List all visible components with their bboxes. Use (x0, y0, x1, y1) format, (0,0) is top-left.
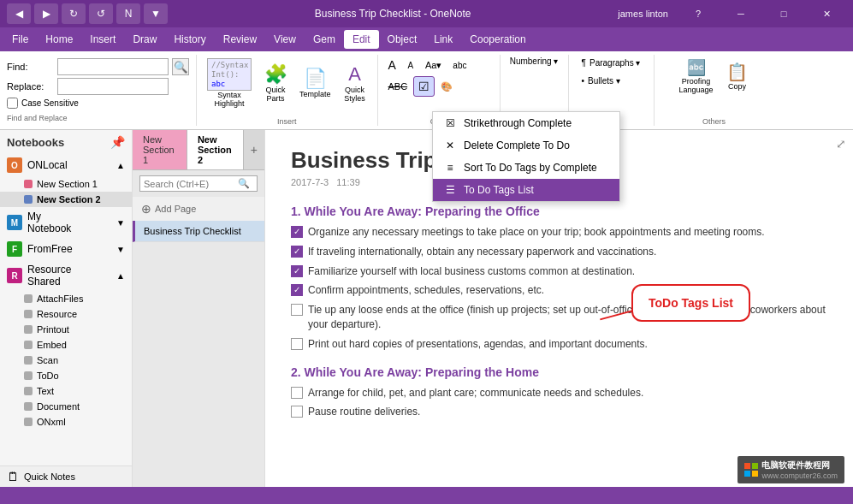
checkbox-2[interactable]: ✓ (291, 246, 303, 258)
dropdown-todo-tags-list[interactable]: ☰ To Do Tags List (433, 179, 619, 201)
embed-label: Embed (37, 340, 67, 350)
redo-button[interactable]: ↺ (89, 3, 113, 24)
find-go-button[interactable]: 🔍 (172, 58, 189, 75)
checkbox-3[interactable]: ✓ (291, 265, 303, 277)
menu-view[interactable]: View (265, 30, 305, 49)
pin-icon[interactable]: 📌 (110, 135, 125, 149)
onlocal-icon: O (7, 157, 22, 173)
checkbox-5[interactable] (291, 304, 303, 316)
menu-draw[interactable]: Draw (124, 30, 165, 49)
section-new-section-2[interactable]: New Section 2 (0, 192, 132, 207)
printout-dot (24, 325, 33, 334)
dropdown-sort-todo[interactable]: ≡ Sort To Do Tags by Complete (433, 157, 619, 179)
section-embed[interactable]: Embed (0, 337, 132, 353)
replace-input[interactable] (57, 78, 169, 95)
section-1-dot (24, 180, 33, 188)
menu-history[interactable]: History (165, 30, 214, 49)
syntax-highlight-label: SyntaxHighlight (214, 91, 244, 108)
checkbox-1[interactable]: ✓ (291, 226, 303, 238)
font-size-inc-button[interactable]: A (402, 57, 419, 74)
menu-file[interactable]: File (3, 30, 37, 49)
menu-link[interactable]: Link (425, 30, 461, 49)
forward-button[interactable]: ▶ (34, 3, 58, 24)
dropdown-strikethrough-complete[interactable]: ☒ Strikethrough Complete (433, 112, 619, 134)
quick-styles-button[interactable]: A QuickStyles (338, 60, 372, 106)
checkbox-6[interactable] (291, 338, 303, 350)
section-2-dot (24, 195, 33, 204)
callout-bubble: ToDo Tags List (631, 284, 750, 322)
find-input[interactable] (57, 58, 169, 75)
section-tab-bar: New Section 1 New Section 2 + (133, 130, 264, 170)
text-dot (24, 387, 33, 395)
font-picker-button[interactable]: Aa▾ (420, 56, 447, 74)
maximize-button[interactable]: □ (764, 0, 803, 27)
template-button[interactable]: 📄 Template (294, 64, 336, 102)
case-sensitive-checkbox[interactable] (7, 98, 18, 109)
notebook-onlocal[interactable]: O ONLocal ▲ (0, 154, 132, 176)
add-page-button[interactable]: ⊕ Add Page (133, 197, 264, 221)
find-replace-group-label: Find and Replace (7, 112, 68, 122)
menu-object[interactable]: Object (379, 30, 426, 49)
menu-home[interactable]: Home (37, 30, 81, 49)
expand-icon[interactable]: ⤢ (836, 137, 846, 151)
search-icon: 🔍 (238, 178, 250, 189)
strikethrough-button[interactable]: ABC (383, 78, 413, 95)
checkbox-button[interactable]: ☑ (413, 76, 435, 97)
paragraphs-button[interactable]: ¶Paragraphs ▾ (577, 55, 646, 71)
checkbox-8[interactable] (291, 406, 303, 418)
content-section-1: 1. While You Are Away: Preparing the Off… (291, 205, 827, 352)
notebook-resource-shared[interactable]: R ResourceShared ▲ (0, 260, 132, 291)
resource-dot (24, 310, 33, 318)
syntax-highlight-button[interactable]: //Syntax Int(): abc SyntaxHighlight (202, 55, 257, 111)
help-button[interactable]: ? (678, 0, 718, 27)
section-printout[interactable]: Printout (0, 322, 132, 337)
quick-parts-button[interactable]: 🧩 QuickParts (258, 60, 293, 106)
proofing-language-button[interactable]: 🔤 ProofingLanguage (674, 55, 719, 98)
section-text[interactable]: Text (0, 383, 132, 399)
minimize-button[interactable]: ─ (721, 0, 761, 27)
list-item: Arrange for child, pet, and plant care; … (291, 386, 827, 400)
checkbox-7[interactable] (291, 387, 303, 399)
highlight-button[interactable]: 🎨 (435, 78, 458, 96)
scan-label: Scan (37, 355, 58, 365)
menu-cooperation[interactable]: Cooperation (461, 30, 534, 49)
strikethrough-complete-label: Strikethrough Complete (464, 117, 572, 129)
section-document[interactable]: Document (0, 399, 132, 414)
notebook-my-notebook[interactable]: M MyNotebook ▼ (0, 207, 132, 238)
fromfree-label: FromFree (27, 243, 73, 255)
menu-insert[interactable]: Insert (81, 30, 124, 49)
dropdown-delete-complete[interactable]: ✕ Delete Complete To Do (433, 134, 619, 157)
section-todo[interactable]: ToDo (0, 368, 132, 383)
copy-button[interactable]: 📋 Copy (720, 58, 755, 94)
section-new-section-1[interactable]: New Section 1 (0, 176, 132, 192)
back-button[interactable]: ◀ (7, 3, 31, 24)
notebook-fromfree[interactable]: F FromFree ▼ (0, 238, 132, 260)
section-attachfiles[interactable]: AttachFiles (0, 291, 132, 306)
onenote-icon-button[interactable]: N (116, 3, 140, 24)
section-scan[interactable]: Scan (0, 353, 132, 368)
quick-parts-label: QuickParts (265, 86, 285, 103)
attachfiles-label: AttachFiles (37, 294, 83, 304)
tab-new-section-1[interactable]: New Section 1 (133, 130, 187, 169)
checkbox-4[interactable]: ✓ (291, 284, 303, 296)
bullets-button[interactable]: •Bullets ▾ (577, 73, 646, 89)
resource-label: Resource (37, 309, 77, 319)
menu-edit[interactable]: Edit (344, 30, 379, 49)
menu-review[interactable]: Review (215, 30, 265, 49)
page-item-business-trip[interactable]: Business Trip Checklist (133, 221, 264, 242)
section-resource[interactable]: Resource (0, 306, 132, 322)
abc-button[interactable]: abc (447, 57, 471, 74)
page-item-label: Business Trip Checklist (144, 226, 241, 236)
undo-button[interactable]: ↻ (62, 3, 86, 24)
tab-new-section-2[interactable]: New Section 2 (187, 130, 244, 169)
section-onxml[interactable]: ONxml (0, 414, 132, 430)
menu-gem[interactable]: Gem (305, 30, 344, 49)
font-size-dec-button[interactable]: A (383, 55, 401, 75)
quick-access-button[interactable]: ▼ (144, 3, 168, 24)
numbering-label: Numbering ▾ (510, 56, 559, 66)
close-button[interactable]: ✕ (807, 0, 846, 27)
quick-notes[interactable]: 🗒 Quick Notes (0, 465, 132, 487)
add-section-button[interactable]: + (244, 139, 264, 161)
section-1-label: New Section 1 (37, 179, 98, 189)
search-input[interactable] (144, 179, 238, 189)
